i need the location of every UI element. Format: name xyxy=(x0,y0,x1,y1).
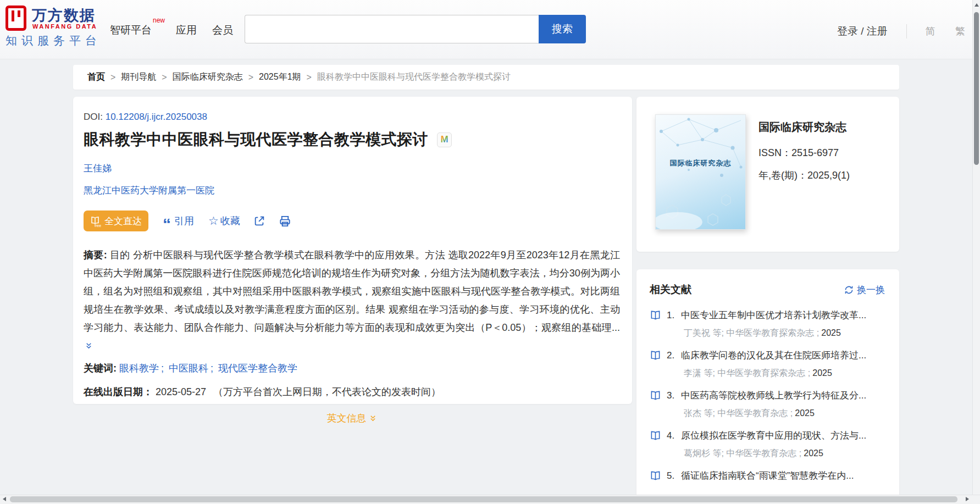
breadcrumb-journal-nav[interactable]: 期刊导航 xyxy=(121,71,156,83)
vertical-scrollbar[interactable] xyxy=(972,0,980,504)
related-item-meta: 丁美祝 等; 中华医学教育探索杂志 ;2025 xyxy=(650,328,885,339)
list-item: 4. 原位模拟在医学教育中应用的现状、方法与... 葛炯杉 等; 中华医学教育杂… xyxy=(650,429,885,459)
breadcrumb-home[interactable]: 首页 xyxy=(87,71,105,83)
lang-traditional-toggle[interactable]: 繁 xyxy=(955,25,965,38)
english-info-row: 英文信息 xyxy=(84,412,620,425)
fulltext-button[interactable]: free 全文直达 xyxy=(84,211,148,231)
search-button[interactable]: 搜索 xyxy=(539,15,586,43)
related-item-link[interactable]: 中医专业五年制中医优才培养计划教学改革... xyxy=(681,309,866,322)
expand-abstract-button[interactable] xyxy=(85,338,93,356)
affiliation-row: 黑龙江中医药大学附属第一医院 xyxy=(84,184,620,197)
book-icon xyxy=(650,350,661,361)
keyword-link[interactable]: 眼科教学 xyxy=(119,363,159,374)
list-item: 3. 中医药高等院校教师线上教学行为特征及分... 张杰 等; 中华医学教育杂志… xyxy=(650,389,885,419)
header-right: 登录 / 注册 简 繁 xyxy=(837,24,965,38)
related-item-link[interactable]: 中医药高等院校教师线上教学行为特征及分... xyxy=(681,389,866,402)
title-row: 眼科教学中中医眼科与现代医学整合教学模式探讨 M xyxy=(84,129,620,150)
m-badge-icon[interactable]: M xyxy=(437,132,452,147)
nav-item-member[interactable]: 会员 xyxy=(212,23,233,37)
print-icon xyxy=(279,215,291,228)
related-item-meta: 李潇 等; 中华医学教育探索杂志 ;2025 xyxy=(650,368,885,379)
doi-label: DOI: xyxy=(84,112,103,122)
related-literature-card: 相关文献 换一换 1. xyxy=(636,269,899,504)
share-icon xyxy=(253,215,265,227)
journal-cover[interactable]: 国际临床研究杂志 xyxy=(655,114,746,230)
wanfang-logo-icon xyxy=(5,5,26,31)
list-item: 1. 中医专业五年制中医优才培养计划教学改革... 丁美祝 等; 中华医学教育探… xyxy=(650,309,885,339)
journal-name-link[interactable]: 国际临床研究杂志 xyxy=(758,120,846,135)
related-item-meta: 葛炯杉 等; 中华医学教育杂志 ;2025 xyxy=(650,448,885,459)
favorite-button[interactable]: ☆ 收藏 xyxy=(208,214,240,228)
page: 万方数据 WANFANG DATA 知识服务平台 智研平台 new 应用 会员 … xyxy=(0,0,980,504)
search-input[interactable] xyxy=(245,15,539,43)
breadcrumb-issue[interactable]: 2025年1期 xyxy=(259,71,301,83)
lang-simplified-toggle[interactable]: 简 xyxy=(926,25,935,38)
issn-label: ISSN： xyxy=(758,147,791,158)
share-button[interactable] xyxy=(253,215,265,227)
breadcrumb-journal[interactable]: 国际临床研究杂志 xyxy=(173,71,243,83)
breadcrumb-current: 眼科教学中中医眼科与现代医学整合教学模式探讨 xyxy=(317,71,511,83)
abstract-text: 目的 分析中医眼科与现代医学整合教学模式在眼科教学中的应用效果。方法 选取202… xyxy=(84,250,620,333)
main-nav: 智研平台 new 应用 会员 xyxy=(110,23,233,37)
nav-item-zhiyan[interactable]: 智研平台 new xyxy=(110,23,152,37)
scroll-up-arrow[interactable] xyxy=(975,3,979,7)
breadcrumb: 首页 > 期刊导航 > 国际临床研究杂志 > 2025年1期 > 眼科教学中中医… xyxy=(73,65,899,90)
author-row: 王佳娣 xyxy=(84,162,620,175)
book-icon xyxy=(650,470,661,481)
vertical-scroll-thumb[interactable] xyxy=(974,12,979,165)
affiliation-link[interactable]: 黑龙江中医药大学附属第一医院 xyxy=(84,185,214,196)
keywords-row: 关键词: 眼科教学; 中医眼科; 现代医学整合教学 xyxy=(84,362,620,375)
volume-value: 2025,9(1) xyxy=(807,170,850,181)
scroll-right-arrow[interactable] xyxy=(966,497,969,501)
cite-button[interactable]: “ 引用 xyxy=(163,214,194,228)
new-badge: new xyxy=(153,16,165,24)
online-date-label: 在线出版日期： xyxy=(84,386,153,397)
list-item: 2. 临床教学问卷的汉化及其在住院医师培养过... 李潇 等; 中华医学教育探索… xyxy=(650,349,885,379)
horizontal-scrollbar[interactable] xyxy=(0,495,980,504)
horizontal-scroll-thumb[interactable] xyxy=(10,496,957,502)
header: 万方数据 WANFANG DATA 知识服务平台 智研平台 new 应用 会员 … xyxy=(0,0,980,59)
abstract: 摘要: 目的 分析中医眼科与现代医学整合教学模式在眼科教学中的应用效果。方法 选… xyxy=(84,246,620,356)
issn-value: 2515-6977 xyxy=(791,147,839,158)
doi-link[interactable]: 10.12208/j.ijcr.20250038 xyxy=(106,112,207,122)
online-date-value: 2025-05-27 xyxy=(156,386,206,397)
book-icon xyxy=(650,430,661,441)
article-card: DOI: 10.12208/j.ijcr.20250038 眼科教学中中医眼科与… xyxy=(73,97,632,404)
related-item-meta: 张杰 等; 中华医学教育杂志 ;2025 xyxy=(650,408,885,419)
breadcrumb-separator: > xyxy=(162,73,167,82)
doi-row: DOI: 10.12208/j.ijcr.20250038 xyxy=(84,112,620,123)
quote-icon: “ xyxy=(163,221,171,227)
abstract-label: 摘要: xyxy=(84,250,107,261)
volume-label: 年,卷(期)： xyxy=(758,170,807,181)
cover-art xyxy=(656,115,746,230)
related-item-link[interactable]: 原位模拟在医学教育中应用的现状、方法与... xyxy=(681,429,866,442)
english-info-toggle[interactable]: 英文信息 xyxy=(327,412,377,425)
journal-cover-title: 国际临床研究杂志 xyxy=(656,158,745,168)
online-date-note: （万方平台首次上网日期，不代表论文的发表时间） xyxy=(213,386,441,397)
list-item: 5. 循证临床指南联合“雨课堂”智慧教学在内... xyxy=(650,469,885,498)
star-icon: ☆ xyxy=(208,214,219,228)
book-icon xyxy=(650,390,661,401)
journal-issn-row: ISSN：2515-6977 xyxy=(758,146,839,159)
keyword-link[interactable]: 中医眼科 xyxy=(169,363,208,374)
breadcrumb-separator: > xyxy=(248,73,253,82)
related-item-link[interactable]: 临床教学问卷的汉化及其在住院医师培养过... xyxy=(681,349,866,362)
related-header: 相关文献 换一换 xyxy=(650,283,885,297)
brand-name-cn: 万方数据 xyxy=(32,5,96,25)
double-chevron-down-icon xyxy=(369,414,377,423)
scroll-left-arrow[interactable] xyxy=(3,497,6,501)
journal-volume-row: 年,卷(期)：2025,9(1) xyxy=(758,169,850,182)
book-icon xyxy=(650,310,661,320)
breadcrumb-separator: > xyxy=(110,73,115,82)
book-free-icon: free xyxy=(90,215,102,227)
login-register-link[interactable]: 登录 / 注册 xyxy=(837,24,888,38)
header-divider xyxy=(906,24,907,38)
wanfang-logo[interactable]: 万方数据 WANFANG DATA 知识服务平台 xyxy=(5,4,110,54)
related-item-link[interactable]: 循证临床指南联合“雨课堂”智慧教学在内... xyxy=(681,469,854,482)
print-button[interactable] xyxy=(279,215,291,228)
keyword-link[interactable]: 现代医学整合教学 xyxy=(218,363,297,374)
nav-item-apps[interactable]: 应用 xyxy=(176,23,197,37)
refresh-related-button[interactable]: 换一换 xyxy=(844,284,885,296)
author-link[interactable]: 王佳娣 xyxy=(84,163,112,174)
searchbar: 搜索 xyxy=(245,15,586,43)
